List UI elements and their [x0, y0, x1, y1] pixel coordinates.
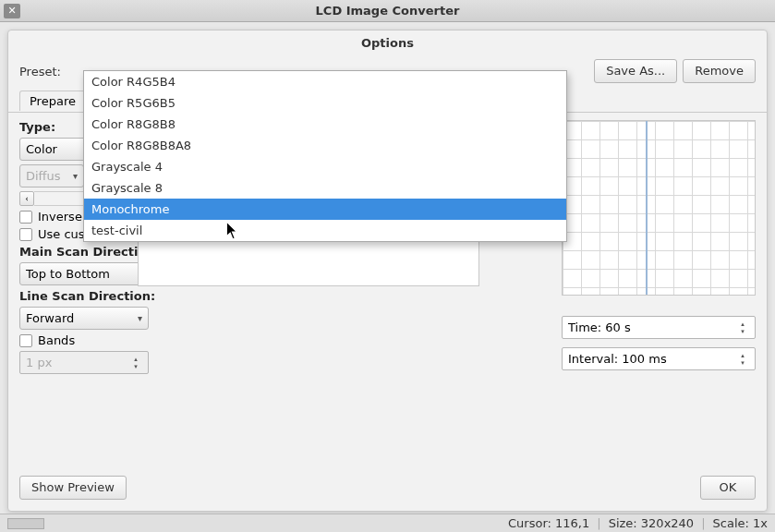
dither-value: Diffus [26, 169, 61, 183]
scroll-left-button[interactable]: ‹ [19, 191, 34, 206]
dropdown-item[interactable]: Color R5G6B5 [84, 92, 566, 114]
spin-down-icon[interactable]: ▾ [736, 359, 749, 367]
time-value: Time: 60 s [568, 320, 631, 334]
line-scan-select[interactable]: Forward ▾ [19, 307, 149, 330]
bands-checkbox[interactable] [19, 334, 32, 347]
dropdown-item[interactable]: Color R8G8B8 [84, 114, 566, 135]
interval-spinbox[interactable]: Interval: 100 ms ▴▾ [562, 347, 756, 370]
main-scan-select[interactable]: Top to Bottom ▾ [19, 262, 149, 285]
chevron-down-icon: ▾ [73, 171, 78, 181]
window-titlebar: ✕ LCD Image Converter [0, 0, 775, 22]
scan-preview-grid [562, 120, 756, 296]
window-title: LCD Image Converter [0, 4, 775, 18]
spin-up-icon: ▴ [129, 356, 142, 363]
save-as-button[interactable]: Save As... [594, 59, 677, 83]
tab-prepare[interactable]: Prepare [19, 91, 86, 111]
dropdown-item[interactable]: test-civil [84, 220, 566, 241]
dropdown-item[interactable]: Monochrome [84, 199, 566, 220]
close-icon[interactable]: ✕ [4, 4, 20, 18]
custom-script-checkbox[interactable] [19, 228, 32, 241]
status-scale: Scale: 1x [713, 516, 768, 530]
spin-down-icon: ▾ [129, 363, 142, 370]
chevron-down-icon: ▾ [138, 313, 142, 323]
status-cursor: Cursor: 116,1 [508, 516, 589, 530]
ok-button[interactable]: OK [700, 476, 756, 500]
line-scan-label: Line Scan Direction: [19, 289, 167, 303]
statusbar: Cursor: 116,1 | Size: 320x240 | Scale: 1… [0, 514, 775, 532]
type-value: Color [26, 142, 57, 156]
dropdown-item[interactable]: Grayscale 4 [84, 156, 566, 177]
interval-value: Interval: 100 ms [568, 352, 667, 366]
inverse-checkbox[interactable] [19, 211, 32, 224]
bands-row[interactable]: Bands [19, 333, 167, 347]
dropdown-item[interactable]: Color R8G8B8A8 [84, 135, 566, 156]
inverse-label: Inverse [38, 210, 82, 224]
status-size: Size: 320x240 [609, 516, 695, 530]
dropdown-item[interactable]: Grayscale 8 [84, 177, 566, 199]
resize-grip[interactable] [7, 518, 44, 529]
dither-select: Diffus ▾ [19, 164, 84, 187]
preset-dropdown[interactable]: Color R4G5B4Color R5G6B5Color R8G8B8Colo… [83, 70, 567, 242]
bands-label: Bands [38, 333, 75, 347]
spin-up-icon[interactable]: ▴ [736, 320, 749, 328]
bands-px-value: 1 px [26, 356, 52, 369]
time-spinbox[interactable]: Time: 60 s ▴▾ [562, 316, 756, 339]
remove-button[interactable]: Remove [683, 59, 756, 83]
dialog-footer: Show Preview OK [19, 476, 756, 500]
dialog-title: Options [8, 30, 767, 55]
bands-px-spinbox: 1 px ▴▾ [19, 351, 149, 374]
show-preview-button[interactable]: Show Preview [19, 476, 127, 500]
dropdown-item[interactable]: Color R4G5B4 [84, 71, 566, 92]
preset-label: Preset: [19, 65, 61, 79]
line-scan-value: Forward [26, 311, 74, 325]
spin-up-icon[interactable]: ▴ [736, 352, 749, 359]
spin-down-icon[interactable]: ▾ [736, 328, 749, 335]
main-scan-value: Top to Bottom [26, 267, 110, 281]
